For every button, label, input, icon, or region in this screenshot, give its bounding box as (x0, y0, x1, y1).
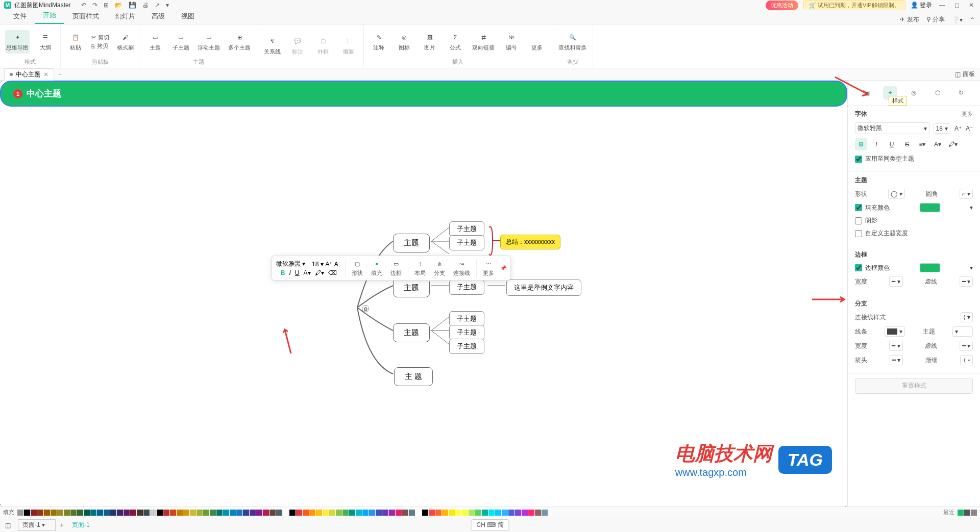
qat-more-icon[interactable]: ▾ (166, 2, 169, 9)
mindmap-mode-button[interactable]: ✦思维导图 (5, 30, 30, 54)
document-tab[interactable]: 中心主题 ✕ (4, 68, 54, 81)
export-icon[interactable]: ↗ (155, 2, 160, 9)
font-family-dropdown[interactable]: 微软雅黑 ▾ (855, 122, 929, 134)
underline-icon[interactable]: U (295, 269, 300, 276)
add-page-button[interactable]: ＋ (59, 521, 65, 529)
highlight-button[interactable]: 🖍▾ (947, 138, 959, 150)
tab-page-style[interactable]: 页面样式 (64, 9, 107, 24)
open-icon[interactable]: 📂 (115, 2, 122, 9)
help-icon[interactable]: ❔▾ (952, 16, 963, 23)
tab-start[interactable]: 开始 (35, 8, 64, 24)
page-tab[interactable]: 页面-1 (72, 521, 90, 529)
floating-topic-button[interactable]: ▭浮动主题 (197, 30, 221, 54)
fill-color-swatch[interactable] (920, 203, 940, 212)
save-icon[interactable]: 💾 (129, 2, 136, 9)
color-swatches[interactable] (17, 510, 548, 516)
branch-button[interactable]: ⋔分支 (432, 258, 447, 278)
italic-button[interactable]: I (870, 138, 883, 150)
pin-icon[interactable]: 📌 (500, 265, 506, 271)
image-button[interactable]: 🖼图片 (420, 30, 439, 54)
cut-button[interactable]: ✂ 剪切 (91, 34, 109, 41)
print-icon[interactable]: 🖨 (142, 2, 149, 9)
recent-swatches[interactable] (958, 510, 977, 516)
tab-advanced[interactable]: 高级 (143, 9, 173, 24)
reset-style-button[interactable]: 重置样式 (855, 378, 973, 394)
multi-topic-button[interactable]: ⊞多个主题 (227, 30, 252, 54)
share-button[interactable]: ⚲ 分享 (926, 15, 945, 24)
font-increase-button[interactable]: A⁺ (954, 125, 962, 132)
number-button[interactable]: №编号 (502, 30, 521, 54)
line-color-dropdown[interactable]: ▾ (885, 326, 905, 337)
close-icon[interactable]: ✕ (967, 2, 976, 9)
page-layout-icon[interactable]: ◫ (5, 522, 11, 529)
font-family-select[interactable]: 微软雅黑 ▾ (276, 260, 310, 268)
topic-node[interactable]: 主 题 (394, 367, 433, 386)
promo-badge[interactable]: 优惠活动 (766, 1, 798, 10)
copy-button[interactable]: ⎘ 拷贝 (91, 42, 109, 50)
fill-checkbox[interactable]: 填充颜色 (855, 204, 890, 212)
font-size-dropdown[interactable]: 18 ▾ (934, 123, 950, 134)
trial-banner[interactable]: 🛒 试用已到期，开通VIP解锁限制。 (803, 0, 905, 11)
icon-button[interactable]: ◎图标 (395, 30, 414, 54)
new-tab-button[interactable]: + (58, 71, 62, 78)
bilink-button[interactable]: ⇄双向链接 (471, 30, 496, 54)
page-select[interactable]: 页面-1 ▾ (18, 519, 56, 531)
topic-button[interactable]: ▭主题 (145, 30, 165, 54)
tab-view[interactable]: 视图 (173, 9, 203, 24)
collapse-ribbon-icon[interactable]: ⌃ (970, 16, 975, 23)
shape-button[interactable]: ▢形状 (350, 258, 365, 278)
panel-toggle-button[interactable]: ◫ 面板 (955, 70, 975, 79)
relationship-button[interactable]: ↯关系线 (262, 34, 282, 58)
font-decrease-button[interactable]: A⁻ (966, 125, 973, 132)
publish-button[interactable]: ✈ 发布 (900, 15, 919, 24)
arrow-dropdown[interactable]: ━ ▾ (890, 355, 903, 365)
format-painter-button[interactable]: 🖌格式刷 (115, 30, 135, 54)
connector-style-dropdown[interactable]: ⟨ ▾ (961, 312, 973, 322)
more-insert-button[interactable]: ⋯更多 (527, 30, 547, 54)
summary-button[interactable]: 〉概要 (339, 34, 358, 58)
border-button[interactable]: ▭边框 (388, 258, 404, 278)
clear-format-icon[interactable]: ⌫ (328, 269, 337, 276)
italic-icon[interactable]: I (289, 269, 291, 276)
tab-close-icon[interactable]: ✕ (43, 71, 48, 78)
maximize-icon[interactable]: ◻ (952, 2, 962, 9)
subtopic-node[interactable]: 子主题 (449, 235, 484, 250)
central-topic[interactable]: 1 中心主题 (0, 81, 847, 107)
more-link[interactable]: 更多 (962, 110, 973, 118)
topic-node[interactable]: 主题 (393, 278, 430, 297)
minimize-icon[interactable]: — (937, 2, 947, 9)
font-size-select[interactable]: 18 ▾ (312, 261, 324, 268)
subtopic-button[interactable]: ▭子主题 (171, 30, 190, 54)
ime-indicator[interactable]: CH ⌨ 简 (471, 519, 509, 531)
border-dash-dropdown[interactable]: ━ ▾ (960, 276, 973, 287)
canvas[interactable]: 1 中心主题 ⊖ 主题 主题 主题 主 题 子主题 子主题 子主题 子主题 子主… (0, 81, 847, 506)
tag-tab-icon[interactable]: ◎ (906, 86, 921, 100)
align-button[interactable]: ≡▾ (916, 138, 928, 150)
border-color-swatch[interactable] (920, 263, 940, 272)
taper-dropdown[interactable]: ⟮ ▾ (960, 355, 973, 365)
summary-callout[interactable]: 总结：xxxxxxxxxx (500, 235, 560, 249)
bold-icon[interactable]: B (281, 269, 285, 276)
underline-button[interactable]: U (886, 138, 898, 150)
outline-mode-button[interactable]: ☰大纲 (36, 30, 55, 54)
branch-topic-dropdown[interactable]: ▾ (952, 326, 973, 337)
login-button[interactable]: 👤 登录 (911, 1, 932, 10)
custom-width-checkbox[interactable]: 自定义主题宽度 (855, 229, 908, 238)
topic-node[interactable]: 主题 (393, 323, 430, 342)
subtopic-node[interactable]: 子主题 (449, 221, 484, 237)
example-node[interactable]: 这里是举例文字内容 (506, 280, 581, 296)
paste-button[interactable]: 📋粘贴 (66, 30, 85, 54)
redo-icon[interactable]: ↷ (92, 2, 97, 9)
tab-slideshow[interactable]: 幻灯片 (107, 9, 143, 24)
subtopic-node[interactable]: 子主题 (449, 325, 484, 340)
branch-width-dropdown[interactable]: ━ ▾ (889, 341, 902, 351)
apply-same-type-checkbox[interactable]: 应用至同类型主题 (855, 155, 914, 163)
history-tab-icon[interactable]: ↻ (954, 86, 968, 100)
boundary-button[interactable]: ▢外框 (313, 34, 333, 58)
bold-button[interactable]: B (855, 138, 867, 150)
icon-tab-icon[interactable]: ⬡ (930, 86, 945, 100)
note-button[interactable]: ✎注释 (369, 30, 388, 54)
subtopic-node[interactable]: 子主题 (449, 339, 484, 354)
branch-dash-dropdown[interactable]: ━ ▾ (960, 341, 973, 351)
undo-icon[interactable]: ↶ (81, 2, 86, 9)
